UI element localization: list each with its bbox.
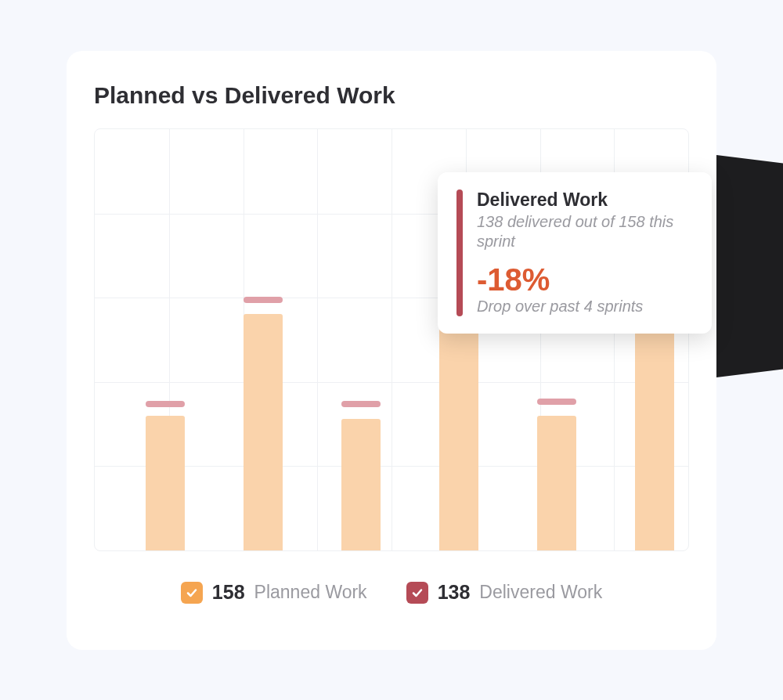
card-title: Planned vs Delivered Work [94,82,689,109]
legend-item-planned[interactable]: 158 Planned Work [181,581,367,604]
tooltip-card: Delivered Work 138 delivered out of 158 … [438,172,712,334]
legend-planned-value: 158 [212,581,245,604]
tooltip-subtitle: 138 delivered out of 158 this sprint [477,212,693,251]
chart-area: Delivered Work 138 delivered out of 158 … [94,128,689,551]
legend-planned-label: Planned Work [254,582,367,603]
tooltip-accent-bar [456,189,463,316]
tooltip-title: Delivered Work [477,189,693,211]
chart-card: Planned vs Delivered Work [67,51,716,650]
legend-delivered-label: Delivered Work [479,582,602,603]
checkbox-planned-icon [181,582,203,604]
tooltip-note: Drop over past 4 sprints [477,297,693,316]
legend: 158 Planned Work 138 Delivered Work [94,581,689,604]
legend-delivered-value: 138 [438,581,471,604]
legend-item-delivered[interactable]: 138 Delivered Work [406,581,603,604]
tooltip-percent: -18% [477,262,693,297]
checkbox-delivered-icon [406,582,428,604]
